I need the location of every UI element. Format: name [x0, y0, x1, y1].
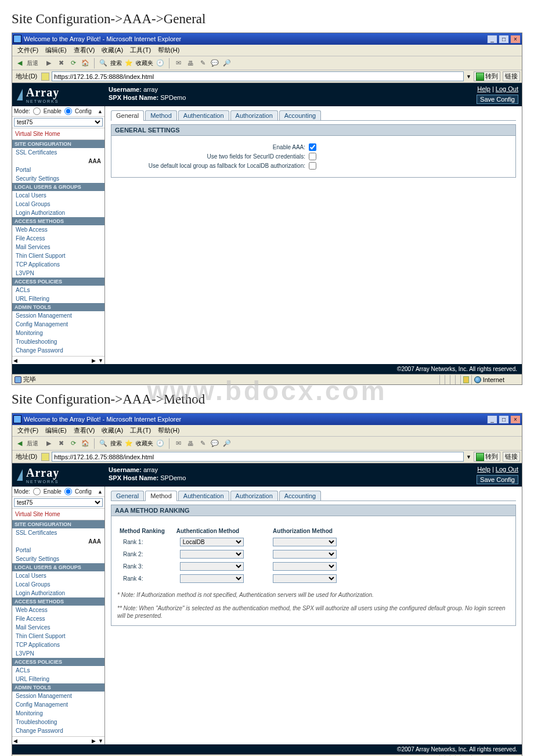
stop-icon[interactable]: ✖	[56, 58, 66, 69]
back-icon[interactable]: ◀	[15, 438, 25, 449]
menu-edit[interactable]: 编辑(E)	[42, 426, 70, 435]
menu-file[interactable]: 文件(F)	[14, 426, 42, 435]
print-icon[interactable]: 🖶	[185, 438, 196, 449]
menu-view[interactable]: 查看(V)	[70, 45, 99, 55]
mode-config-radio[interactable]	[64, 488, 72, 495]
maximize-button[interactable]: □	[499, 415, 509, 424]
sidebar-up-icon[interactable]: ▲	[98, 109, 103, 114]
site-select[interactable]: test75	[14, 498, 103, 507]
nav-config-mgmt[interactable]: Config Management	[12, 320, 104, 329]
minimize-button[interactable]: _	[487, 35, 497, 44]
mode-config-radio[interactable]	[64, 107, 72, 115]
nav-acls[interactable]: ACLs	[12, 666, 104, 675]
mail-icon[interactable]: ✉	[173, 58, 183, 69]
nav-url-filter[interactable]: URL Filtering	[12, 675, 104, 683]
nav-tcp-apps[interactable]: TCP Applications	[12, 260, 104, 269]
tab-accounting[interactable]: Accounting	[279, 491, 321, 501]
nav-ssl-certs[interactable]: SSL Certificates	[12, 148, 104, 157]
nav-thin-client[interactable]: Thin Client Support	[12, 251, 104, 260]
go-button[interactable]: 转到	[474, 452, 500, 462]
menu-fav[interactable]: 收藏(A)	[98, 45, 127, 55]
nav-local-users[interactable]: Local Users	[12, 571, 104, 580]
edit-icon[interactable]: ✎	[197, 438, 208, 449]
search-icon[interactable]: 🔍	[98, 438, 109, 449]
menu-help[interactable]: 帮助(H)	[154, 45, 183, 55]
nav-security[interactable]: Security Settings	[12, 174, 104, 183]
sidebar-down-icon[interactable]: ▼	[97, 738, 104, 744]
menu-fav[interactable]: 收藏(A)	[98, 426, 127, 435]
back-icon[interactable]: ◀	[15, 58, 25, 69]
menu-edit[interactable]: 编辑(E)	[42, 45, 70, 55]
forward-icon[interactable]: ▶	[44, 58, 54, 69]
nav-l3vpn[interactable]: L3VPN	[12, 649, 104, 658]
menu-view[interactable]: 查看(V)	[70, 426, 99, 435]
checkbox-securid[interactable]	[309, 153, 316, 160]
nav-file-access[interactable]: File Access	[12, 614, 104, 623]
nav-file-access[interactable]: File Access	[12, 234, 104, 243]
menu-tools[interactable]: 工具(T)	[127, 426, 154, 435]
tab-method[interactable]: Method	[145, 491, 177, 501]
nav-web-access[interactable]: Web Access	[12, 606, 104, 614]
tab-general[interactable]: General	[111, 110, 144, 121]
nav-acls[interactable]: ACLs	[12, 286, 104, 294]
address-input[interactable]	[52, 452, 464, 462]
close-button[interactable]: ×	[510, 415, 521, 424]
forward-icon[interactable]: ▶	[44, 438, 54, 449]
search-icon[interactable]: 🔍	[98, 58, 109, 69]
nav-ssl-certs[interactable]: SSL Certificates	[12, 528, 104, 537]
site-select[interactable]: test75	[14, 118, 103, 127]
nav-troubleshoot[interactable]: Troubleshooting	[12, 718, 104, 726]
rank4-authz-select[interactable]	[273, 574, 337, 583]
nav-local-groups[interactable]: Local Groups	[12, 580, 104, 589]
rank1-auth-select[interactable]: LocalDB	[180, 538, 244, 546]
menu-file[interactable]: 文件(F)	[14, 45, 42, 55]
nav-monitoring[interactable]: Monitoring	[12, 709, 104, 718]
rank3-authz-select[interactable]	[273, 562, 337, 571]
help-link[interactable]: Help	[477, 466, 490, 473]
nav-local-users[interactable]: Local Users	[12, 191, 104, 200]
favorites-icon[interactable]: ⭐	[124, 438, 134, 449]
edit-icon[interactable]: ✎	[197, 58, 208, 69]
nav-portal[interactable]: Portal	[12, 165, 104, 174]
logout-link[interactable]: Log Out	[496, 85, 518, 92]
virtual-site-home-link[interactable]: Virtual Site Home	[12, 128, 104, 140]
sidebar-scroll-left-icon[interactable]: ◀	[12, 358, 19, 363]
rank2-auth-select[interactable]	[180, 550, 244, 559]
rank3-auth-select[interactable]	[180, 562, 244, 571]
close-button[interactable]: ×	[510, 35, 521, 44]
nav-portal[interactable]: Portal	[12, 546, 104, 555]
nav-security[interactable]: Security Settings	[12, 555, 104, 563]
nav-thin-client[interactable]: Thin Client Support	[12, 632, 104, 640]
sidebar-scroll-right-icon[interactable]: ▶	[91, 358, 97, 363]
nav-change-pw[interactable]: Change Password	[12, 346, 104, 355]
nav-monitoring[interactable]: Monitoring	[12, 329, 104, 337]
mode-enable-radio[interactable]	[33, 488, 41, 495]
minimize-button[interactable]: _	[487, 415, 497, 424]
nav-aaa[interactable]: AAA	[12, 157, 104, 165]
nav-l3vpn[interactable]: L3VPN	[12, 269, 104, 278]
nav-session-mgmt[interactable]: Session Management	[12, 311, 104, 320]
nav-login-auth[interactable]: Login Authorization	[12, 589, 104, 597]
tab-general[interactable]: General	[111, 491, 144, 501]
save-config-button[interactable]: Save Config	[477, 475, 518, 484]
nav-config-mgmt[interactable]: Config Management	[12, 700, 104, 709]
home-icon[interactable]: 🏠	[80, 58, 91, 69]
research-icon[interactable]: 🔎	[222, 438, 232, 449]
mail-icon[interactable]: ✉	[173, 438, 183, 449]
research-icon[interactable]: 🔎	[222, 58, 232, 69]
virtual-site-home-link[interactable]: Virtual Site Home	[12, 509, 104, 520]
history-icon[interactable]: 🕘	[155, 438, 165, 449]
favorites-icon[interactable]: ⭐	[124, 58, 134, 69]
menu-help[interactable]: 帮助(H)	[154, 426, 183, 435]
tab-authentication[interactable]: Authentication	[178, 110, 229, 120]
nav-aaa[interactable]: AAA	[12, 537, 104, 546]
history-icon[interactable]: 🕘	[155, 58, 165, 69]
nav-mail[interactable]: Mail Services	[12, 243, 104, 251]
stop-icon[interactable]: ✖	[56, 438, 66, 449]
mode-enable-radio[interactable]	[33, 107, 41, 115]
tab-authentication[interactable]: Authentication	[178, 491, 229, 501]
nav-local-groups[interactable]: Local Groups	[12, 200, 104, 208]
tab-authorization[interactable]: Authorization	[230, 110, 278, 120]
rank1-authz-select[interactable]	[273, 538, 337, 546]
rank4-auth-select[interactable]	[180, 574, 244, 583]
